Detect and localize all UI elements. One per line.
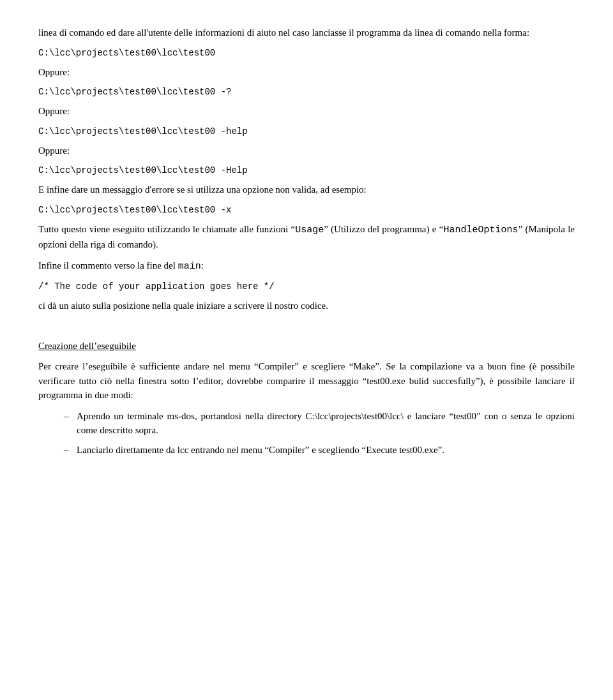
oppure-3: Oppure: [38, 144, 575, 158]
bullet-list-modes: Aprendo un terminale ms-dos, portandosi … [64, 409, 575, 458]
code-block-1: C:\lcc\projects\test00\lcc\test00 [38, 47, 575, 60]
oppure-1: Oppure: [38, 65, 575, 80]
section-heading-creazione: Creazione dell’eseguibile [38, 339, 575, 354]
bullet-item-2: Lanciarlo direttamente da lcc entrando n… [64, 443, 575, 458]
paragraph-aiuto: ci dà un aiuto sulla posizione nella qua… [38, 299, 575, 313]
code-block-5: C:\lcc\projects\test00\lcc\test00 -x [38, 204, 575, 217]
code-block-6: /* The code of your application goes her… [38, 280, 575, 294]
paragraph-1: linea di comando ed dare all'utente dell… [38, 26, 575, 40]
paragraph-creare: Per creare l’eseguibile è sufficiente an… [38, 359, 575, 403]
paragraph-infine: Infine il commento verso la fine del mai… [38, 258, 575, 274]
bullet-item-1: Aprendo un terminale ms-dos, portandosi … [64, 409, 575, 438]
code-block-4: C:\lcc\projects\test00\lcc\test00 -Help [38, 164, 575, 177]
paragraph-error: E infine dare un messaggio d'errore se s… [38, 182, 575, 197]
code-block-3: C:\lcc\projects\test00\lcc\test00 -help [38, 125, 575, 138]
main-content: linea di comando ed dare all'utente dell… [38, 26, 575, 457]
code-block-2: C:\lcc\projects\test00\lcc\test00 -? [38, 86, 575, 99]
oppure-2: Oppure: [38, 104, 575, 119]
paragraph-usage: Tutto questo viene eseguito utilizzando … [38, 222, 575, 252]
